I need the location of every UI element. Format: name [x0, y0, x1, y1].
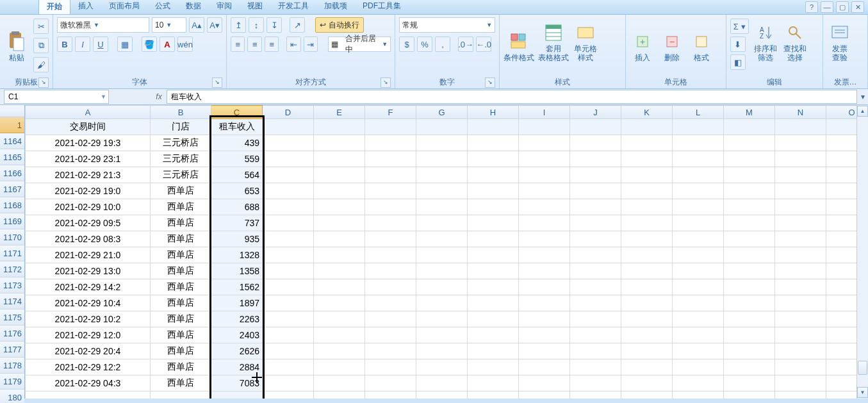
- cell[interactable]: [570, 199, 621, 215]
- cell[interactable]: 西单店: [151, 199, 211, 215]
- cell[interactable]: [365, 135, 416, 151]
- cell[interactable]: [263, 295, 314, 311]
- cell[interactable]: [519, 343, 570, 359]
- cell[interactable]: 2021-02-29 20:4: [26, 343, 151, 359]
- delete-cells-button[interactable]: −删除: [659, 17, 685, 62]
- cell[interactable]: 2626: [211, 343, 263, 359]
- increase-decimal-button[interactable]: .0→: [458, 37, 473, 52]
- cell[interactable]: [621, 183, 673, 199]
- cell[interactable]: [775, 295, 826, 311]
- cell[interactable]: [826, 151, 857, 167]
- cell[interactable]: [468, 119, 519, 135]
- restore-window-icon[interactable]: ▢: [836, 1, 849, 13]
- cell[interactable]: [621, 359, 673, 375]
- comma-format-button[interactable]: ,: [435, 37, 450, 52]
- format-painter-button[interactable]: 🖌: [33, 57, 49, 72]
- cell[interactable]: [468, 135, 519, 151]
- close-window-icon[interactable]: ✕: [851, 1, 864, 13]
- row-header[interactable]: 1167: [0, 181, 24, 197]
- cell[interactable]: [724, 359, 775, 375]
- cell[interactable]: [314, 263, 365, 279]
- cell[interactable]: [416, 231, 468, 247]
- cell[interactable]: 西单店: [151, 295, 211, 311]
- cell[interactable]: [621, 295, 673, 311]
- bold-button[interactable]: B: [57, 37, 72, 52]
- cell[interactable]: [570, 279, 621, 295]
- cell[interactable]: [416, 391, 468, 399]
- cell[interactable]: [673, 119, 724, 135]
- cell[interactable]: 2021-02-29 10:0: [26, 199, 151, 215]
- cell[interactable]: 2021-02-29 10:2: [26, 311, 151, 327]
- cell[interactable]: [519, 119, 570, 135]
- cell[interactable]: [724, 311, 775, 327]
- decrease-decimal-button[interactable]: ←.0: [476, 37, 491, 52]
- cell[interactable]: 西单店: [151, 375, 211, 391]
- fx-icon[interactable]: fx: [151, 92, 167, 101]
- column-header[interactable]: E: [314, 106, 365, 119]
- cell[interactable]: [519, 135, 570, 151]
- cell[interactable]: 三元桥店: [151, 151, 211, 167]
- cell[interactable]: [151, 391, 211, 399]
- cell[interactable]: [775, 119, 826, 135]
- cell[interactable]: [519, 375, 570, 391]
- cell[interactable]: [621, 311, 673, 327]
- row-header[interactable]: 1177: [0, 341, 24, 358]
- help-icon[interactable]: ?: [805, 1, 818, 13]
- expand-formula-bar-icon[interactable]: ▾: [857, 92, 868, 101]
- cell[interactable]: [365, 375, 416, 391]
- format-as-table-button[interactable]: 套用 表格格式: [538, 17, 569, 62]
- cell[interactable]: 2021-02-29 23:1: [26, 151, 151, 167]
- cell[interactable]: [775, 279, 826, 295]
- ribbon-tab-0[interactable]: 开始: [38, 0, 70, 14]
- underline-button[interactable]: U: [93, 37, 108, 52]
- row-header[interactable]: 1172: [0, 261, 24, 277]
- cell[interactable]: [263, 135, 314, 151]
- cell[interactable]: [314, 119, 365, 135]
- cell[interactable]: [724, 231, 775, 247]
- cell[interactable]: [724, 263, 775, 279]
- cell[interactable]: [775, 359, 826, 375]
- cell[interactable]: 西单店: [151, 215, 211, 231]
- cell[interactable]: [416, 375, 468, 391]
- cell[interactable]: [826, 327, 857, 343]
- cell[interactable]: 交易时间: [26, 119, 151, 135]
- cell[interactable]: [365, 263, 416, 279]
- cell[interactable]: [570, 135, 621, 151]
- cell[interactable]: [775, 263, 826, 279]
- row-header[interactable]: 1179: [0, 374, 24, 390]
- cell[interactable]: [519, 391, 570, 399]
- cell[interactable]: [775, 215, 826, 231]
- cell[interactable]: [468, 247, 519, 263]
- ribbon-tab-8[interactable]: 加载项: [316, 0, 355, 14]
- cell[interactable]: [263, 183, 314, 199]
- cell[interactable]: [621, 199, 673, 215]
- cell[interactable]: [673, 327, 724, 343]
- cell[interactable]: [775, 327, 826, 343]
- cell[interactable]: [570, 119, 621, 135]
- cell[interactable]: [519, 247, 570, 263]
- column-header[interactable]: J: [570, 106, 621, 119]
- cell[interactable]: [673, 247, 724, 263]
- cell[interactable]: [314, 231, 365, 247]
- number-format-combo[interactable]: 常规▼: [399, 17, 495, 33]
- cell[interactable]: [621, 343, 673, 359]
- dialog-launcher-icon[interactable]: ↘: [485, 78, 495, 88]
- cell[interactable]: [263, 375, 314, 391]
- cell[interactable]: [468, 295, 519, 311]
- cell[interactable]: [519, 183, 570, 199]
- cell[interactable]: [468, 199, 519, 215]
- cell[interactable]: [826, 343, 857, 359]
- cell[interactable]: [416, 263, 468, 279]
- cell[interactable]: [365, 327, 416, 343]
- cell[interactable]: [826, 279, 857, 295]
- italic-button[interactable]: I: [75, 37, 90, 52]
- cell[interactable]: 2021-02-29 13:0: [26, 263, 151, 279]
- align-left-button[interactable]: ≡: [231, 37, 245, 52]
- cell[interactable]: [673, 359, 724, 375]
- cell[interactable]: 2021-02-29 09:5: [26, 215, 151, 231]
- cell[interactable]: [724, 151, 775, 167]
- cell[interactable]: [673, 135, 724, 151]
- cell[interactable]: [314, 391, 365, 399]
- cell[interactable]: [468, 327, 519, 343]
- cell[interactable]: [263, 151, 314, 167]
